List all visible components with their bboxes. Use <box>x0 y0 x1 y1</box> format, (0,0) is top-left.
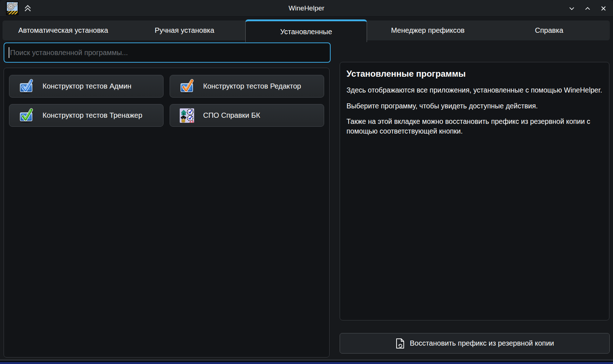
window-title: WineHelper <box>0 4 613 12</box>
winehelper-app-icon[interactable] <box>6 1 19 15</box>
maximize-button[interactable] <box>581 2 594 14</box>
info-paragraph: Выберите программу, чтобы увидеть доступ… <box>346 101 603 111</box>
search-input[interactable] <box>4 42 331 63</box>
program-label: Конструктор тестов Тренажер <box>42 111 142 120</box>
program-button-spo-spravki-bk[interactable]: 2.5 СПО Справки БК <box>170 104 324 127</box>
tab-installed[interactable]: Установленные <box>245 19 367 42</box>
spo-spravki-bk-icon: 2.5 <box>179 108 194 123</box>
tab-auto-install[interactable]: Автоматическая установка <box>3 21 124 40</box>
tab-label: Менеджер префиксов <box>391 26 465 35</box>
checkbox-green-check-icon <box>19 108 34 123</box>
chevron-down-icon <box>568 5 575 12</box>
info-paragraph: Здесь отображаются все приложения, устан… <box>346 85 603 95</box>
program-button-konstruktor-redaktor[interactable]: Конструктор тестов Редактор <box>170 75 324 98</box>
close-icon <box>600 5 607 12</box>
program-button-konstruktor-admin[interactable]: Конструктор тестов Админ <box>9 75 164 98</box>
program-label: Конструктор тестов Админ <box>42 82 131 90</box>
tab-bar: Автоматическая установка Ручная установк… <box>3 21 610 40</box>
restore-document-icon <box>395 338 405 349</box>
shade-window-button[interactable] <box>22 3 33 14</box>
tab-prefix-manager[interactable]: Менеджер префиксов <box>367 21 488 40</box>
tab-help[interactable]: Справка <box>488 21 610 40</box>
icon-version-badge: 2.5 <box>189 120 194 123</box>
search-field-wrap <box>4 42 331 63</box>
chevron-up-icon <box>584 5 591 12</box>
info-panel-title: Установленные программы <box>346 69 603 79</box>
restore-button-label: Восстановить префикс из резервной копии <box>410 339 554 347</box>
checkbox-orange-check-icon <box>179 79 194 94</box>
tab-manual-install[interactable]: Ручная установка <box>124 21 245 40</box>
tab-label: Справка <box>535 26 563 35</box>
program-label: СПО Справки БК <box>203 111 260 120</box>
desktop-wallpaper-strip <box>0 362 613 364</box>
program-label: Конструктор тестов Редактор <box>203 82 301 90</box>
titlebar: WineHelper <box>0 0 613 17</box>
installed-programs-panel: Конструктор тестов Админ Конструктор тес… <box>4 68 330 358</box>
info-panel: Установленные программы Здесь отображают… <box>340 62 609 320</box>
close-button[interactable] <box>597 2 609 14</box>
checkbox-blue-check-icon <box>19 79 34 94</box>
double-chevron-up-icon <box>23 4 32 13</box>
tab-label: Установленные <box>280 28 332 36</box>
tab-label: Автоматическая установка <box>18 26 108 35</box>
text-cursor <box>9 47 9 58</box>
info-paragraph: Также на этой вкладке можно восстановить… <box>346 117 603 136</box>
program-button-konstruktor-trenazher[interactable]: Конструктор тестов Тренажер <box>9 104 164 127</box>
tab-label: Ручная установка <box>155 26 214 35</box>
minimize-button[interactable] <box>565 2 578 14</box>
restore-prefix-button[interactable]: Восстановить префикс из резервной копии <box>340 333 610 354</box>
